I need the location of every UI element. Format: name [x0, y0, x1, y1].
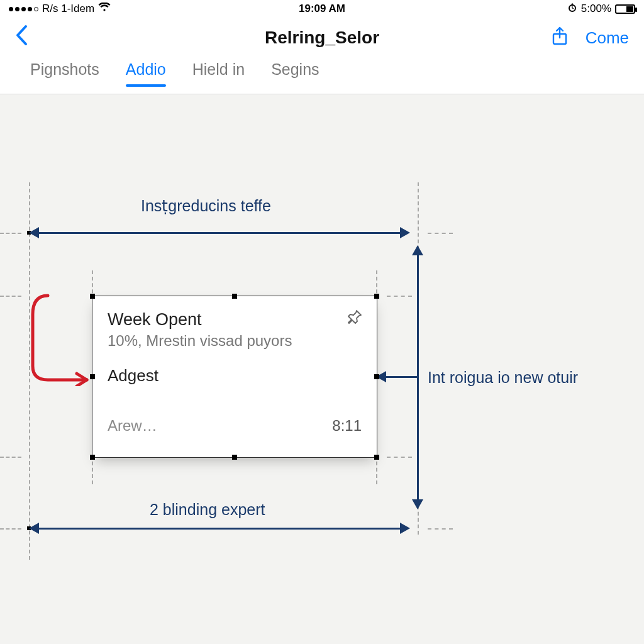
dimension-line-top: [38, 232, 400, 234]
status-bar: R/s 1-Idem 19:09 AM 5:00%: [0, 0, 644, 18]
status-time: 19:09 AM: [299, 3, 345, 15]
red-loop-arrow-icon: [29, 292, 98, 386]
resize-handle[interactable]: [374, 294, 379, 299]
card-title: Week Opent: [108, 310, 362, 330]
back-button[interactable]: [15, 25, 28, 51]
arrowhead-icon: [400, 523, 410, 534]
annotation-bottom: 2 blinding expert: [150, 501, 265, 519]
status-right: 5:00%: [567, 3, 635, 16]
guide-tick: [0, 296, 21, 297]
guide-tick: [387, 296, 412, 297]
resize-handle[interactable]: [90, 294, 95, 299]
tab-bar: Pignshots Addio Hield in Segins: [0, 58, 644, 94]
guide-tick: [428, 233, 453, 234]
design-canvas[interactable]: Insṭgreducins teffe 2 blinding expert In…: [0, 94, 644, 644]
arrowhead-icon: [400, 227, 410, 238]
tab-pignshots[interactable]: Pignshots: [30, 60, 99, 86]
battery-icon: [615, 4, 635, 14]
resize-handle[interactable]: [374, 455, 379, 460]
tab-hield-in[interactable]: Hield in: [192, 60, 245, 86]
card-subtitle: 10%, Mrestin vissad puyors: [108, 332, 362, 350]
guide-tick: [428, 528, 453, 530]
guide-tick: [0, 457, 21, 458]
arrowhead-icon: [29, 523, 39, 534]
alarm-icon: [567, 3, 577, 16]
annotation-right: Int roigua io new otuir: [428, 369, 578, 387]
card-row: Adgest: [108, 366, 362, 386]
guide-tick: [0, 528, 21, 530]
resize-handle[interactable]: [90, 374, 95, 379]
done-button[interactable]: Come: [586, 28, 629, 48]
resize-handle[interactable]: [232, 294, 237, 299]
resize-handle[interactable]: [90, 455, 95, 460]
dimension-line-bottom: [38, 528, 400, 530]
note-card[interactable]: Week Opent 10%, Mrestin vissad puyors Ad…: [92, 296, 377, 458]
arrowhead-icon: [29, 227, 39, 238]
carrier-label: R/s 1-Idem: [42, 3, 94, 15]
share-button[interactable]: [552, 26, 568, 49]
resize-handle[interactable]: [232, 455, 237, 460]
signal-dots-icon: [9, 7, 38, 11]
arrowhead-icon: [412, 499, 423, 509]
dimension-line-right-h: [385, 376, 418, 378]
status-left: R/s 1-Idem: [9, 3, 111, 15]
tab-segins[interactable]: Segins: [271, 60, 319, 86]
tab-addio[interactable]: Addio: [126, 60, 166, 86]
arrowhead-icon: [412, 245, 423, 255]
card-footer-time: 8:11: [332, 417, 362, 435]
guide-tick: [0, 233, 21, 234]
annotation-top: Insṭgreducins teffe: [141, 197, 271, 215]
pin-icon[interactable]: [347, 309, 363, 328]
wifi-icon: [98, 3, 111, 15]
resize-handle[interactable]: [374, 374, 379, 379]
battery-percent: 5:00%: [581, 3, 611, 15]
card-footer-left: Arew…: [108, 417, 157, 435]
nav-bar: Relring_Selor Come: [0, 18, 644, 58]
page-title: Relring_Selor: [265, 28, 379, 48]
guide-tick: [387, 457, 412, 458]
